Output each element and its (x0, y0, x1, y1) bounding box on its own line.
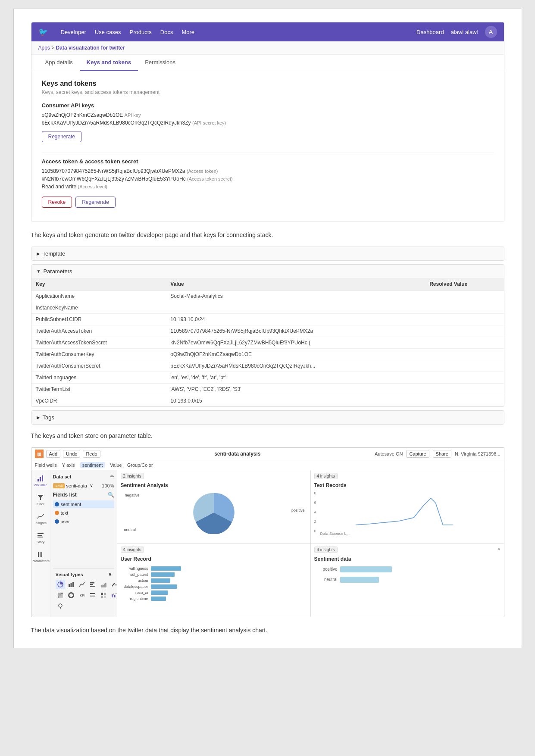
panel4-dropdown[interactable]: ∨ (497, 547, 501, 551)
visual-type-hbar[interactable] (88, 580, 97, 589)
consumer-regenerate-btn[interactable]: Regenerate (42, 131, 82, 142)
dataset-name[interactable]: senti-data (66, 483, 87, 488)
access-token-title: Access token & access token secret (42, 158, 494, 165)
field-text[interactable]: text (53, 509, 114, 517)
sentiment-tag[interactable]: sentiment (80, 462, 105, 468)
table-row: TwitterLanguages'en', 'es', 'de', 'fr', … (31, 372, 504, 384)
tags-section: ▶ Tags (31, 410, 504, 425)
tags-header[interactable]: ▶ Tags (31, 411, 504, 424)
table-row: TwitterAuthConsumerSecretbEckXKaVUIfyJDZ… (31, 360, 504, 372)
svg-point-42 (59, 604, 62, 607)
api-secret-label: (API secret key) (192, 120, 226, 125)
breadcrumb-apps[interactable]: Apps (38, 45, 50, 51)
revoke-btn[interactable]: Revoke (42, 197, 72, 208)
breadcrumb-app-name[interactable]: Data visualization for twitter (56, 45, 125, 51)
viz-toolbar-left: ▥ Add Undo Redo (35, 450, 100, 458)
svg-rect-24 (61, 593, 63, 594)
add-btn[interactable]: Add (46, 450, 61, 458)
field-sentiment[interactable]: sentiment (53, 500, 114, 508)
panel2-title: Text Records (314, 482, 501, 488)
api-key-label: API key (125, 112, 141, 118)
consumer-api-title: Consumer API keys (42, 102, 494, 109)
sidebar-icon-insights[interactable]: Insights (34, 512, 47, 525)
template-header[interactable]: ▶ Template (31, 247, 504, 260)
undo-btn[interactable]: Undo (63, 450, 80, 458)
visual-type-kpi[interactable]: KPI (77, 590, 87, 600)
api-key-value: oQ9wZhQjOF2nKmCZsaqwDb1OE API key (42, 112, 494, 118)
visual-type-map[interactable] (56, 601, 65, 611)
field-dot-user (55, 519, 59, 524)
access-token-secret-label: (Access token secret) (187, 176, 233, 181)
visual-type-donut[interactable] (66, 590, 76, 600)
sidebar-icon-filter[interactable]: Filter (34, 493, 47, 506)
label-neutral: neutral (124, 528, 136, 532)
tab-keys-tokens[interactable]: Keys and tokens (80, 55, 138, 71)
viz-autosave[interactable]: Autosave ON (375, 451, 403, 456)
svg-rect-36 (104, 596, 106, 598)
svg-text:KPI: KPI (80, 594, 85, 597)
capture-btn[interactable]: Capture (406, 450, 429, 458)
visual-type-bar[interactable] (66, 580, 76, 589)
visual-type-treemap[interactable] (56, 590, 65, 600)
breadcrumb: Apps > Data visualization for twitter (31, 41, 504, 55)
svg-rect-32 (90, 597, 95, 597)
access-regenerate-btn[interactable]: Regenerate (75, 197, 116, 208)
bar-chart-user: willingness sdl_patent action (121, 565, 307, 603)
visual-types-collapse[interactable]: ∨ (108, 572, 112, 577)
viz-panel-user-record: 4 insights User Record willingness sdl_p… (117, 544, 310, 617)
tab-app-details[interactable]: App details (38, 55, 80, 71)
fields-search-icon[interactable]: 🔍 (108, 492, 114, 498)
dataset-row: Data set ✏ (53, 474, 114, 479)
value-label[interactable]: Value (110, 462, 122, 468)
visual-type-table[interactable] (88, 590, 97, 600)
visual-type-pie[interactable] (56, 580, 65, 589)
bar-row-2: sdl_patent (122, 572, 305, 577)
nav-dashboard[interactable]: Dashboard (416, 29, 444, 35)
y-axis-label[interactable]: Y axis (62, 462, 75, 468)
visual-types-grid: KPI (56, 580, 112, 611)
tab-permissions[interactable]: Permissions (138, 55, 182, 71)
dataset-dropdown[interactable]: ∨ (90, 483, 93, 488)
field-user[interactable]: user (53, 518, 114, 525)
field-wells-label[interactable]: Field wells (35, 462, 57, 468)
insight-badge-2[interactable]: 4 insights (314, 473, 338, 479)
nav-products[interactable]: Products (129, 29, 151, 35)
bar-fill-5 (151, 590, 168, 595)
visual-type-line[interactable] (77, 580, 87, 589)
tags-label: Tags (43, 414, 54, 421)
nav-developer[interactable]: Developer (61, 29, 86, 35)
sidebar-icon-story[interactable]: Story (34, 531, 47, 544)
sidebar-icon-parameters[interactable]: Parameters (34, 550, 47, 563)
field-label-text: text (61, 510, 69, 515)
dataset-info: senti senti-data ∨ 100% (53, 483, 114, 488)
svg-rect-5 (38, 535, 42, 536)
nav-more[interactable]: More (181, 29, 194, 35)
svg-rect-13 (72, 582, 74, 587)
access-token-label: (Access token) (187, 169, 218, 174)
template-arrow: ▶ (37, 251, 40, 256)
bar-fill-1 (151, 566, 181, 571)
viz-title: senti-data analysis (104, 451, 371, 457)
visual-type-pivot[interactable] (99, 590, 108, 600)
group-color-label[interactable]: Group/Color (127, 462, 153, 468)
dataset-edit-icon[interactable]: ✏ (110, 474, 114, 479)
share-btn[interactable]: Share (433, 450, 451, 458)
sidebar-icon-visualize[interactable]: Visualize (34, 474, 47, 487)
svg-point-19 (115, 584, 116, 586)
svg-rect-1 (40, 477, 41, 481)
nav-docs[interactable]: Docs (160, 29, 173, 35)
insight-badge-1[interactable]: 2 insights (121, 473, 144, 479)
insight-badge-4[interactable]: 4 insights (314, 547, 338, 553)
col-key: Key (31, 278, 166, 291)
nav-avatar[interactable]: A (485, 26, 497, 38)
visual-type-area[interactable] (99, 580, 108, 589)
dataset-label: Data set (53, 474, 72, 479)
line-chart: 8 6 4 2 0 Data Science L... (314, 491, 501, 534)
redo-btn[interactable]: Redo (83, 450, 100, 458)
parameters-header[interactable]: ▼ Parameters (31, 265, 504, 278)
parameters-table-container: Key Value Resolved Value ApplicationName… (31, 278, 504, 406)
parameters-arrow: ▼ (37, 269, 41, 274)
insight-badge-3[interactable]: 4 insights (121, 547, 144, 553)
narrative-1: The keys and token generate on twitter d… (31, 231, 504, 240)
nav-use-cases[interactable]: Use cases (95, 29, 121, 35)
